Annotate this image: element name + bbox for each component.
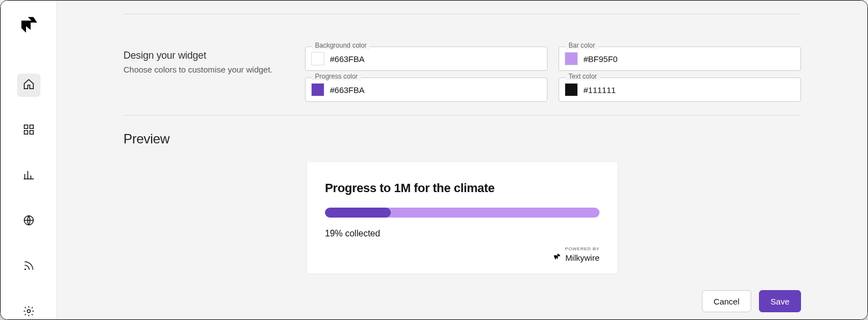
design-title: Design your widget [123, 50, 278, 61]
background-color-input[interactable] [330, 54, 541, 64]
home-icon [23, 78, 35, 92]
widget-title: Progress to 1M for the climate [325, 181, 600, 195]
svg-point-6 [27, 309, 30, 313]
color-swatch[interactable] [311, 52, 324, 65]
app-shell: Design your widget Choose colors to cust… [0, 0, 868, 320]
brand-logo [19, 16, 38, 40]
form-actions: Cancel Save [57, 273, 867, 312]
sidebar-item-analytics[interactable] [17, 164, 40, 188]
powered-by: POWERED BY Milkywire [325, 246, 600, 264]
divider [123, 115, 801, 116]
sidebar-item-globe[interactable] [17, 210, 40, 233]
sidebar-item-apps[interactable] [17, 119, 40, 142]
globe-icon [23, 214, 35, 229]
progress-color-input[interactable] [330, 85, 541, 95]
preview-heading: Preview [123, 131, 801, 147]
powered-by-label: POWERED BY [325, 246, 600, 251]
bar-color-input[interactable] [583, 54, 795, 64]
svg-point-5 [24, 269, 26, 270]
sidebar-nav [17, 74, 40, 320]
design-subtitle: Choose colors to customise your widget. [123, 65, 278, 74]
text-color-field: Text color [559, 78, 801, 102]
powered-by-brand-name: Milkywire [565, 253, 600, 262]
progress-bar-fill [325, 208, 391, 218]
rss-icon [23, 260, 35, 274]
bar-chart-icon [23, 169, 35, 183]
svg-rect-0 [24, 125, 27, 128]
powered-by-brand: Milkywire [553, 252, 600, 263]
color-fields: Background color Bar color [305, 24, 801, 102]
svg-rect-1 [29, 125, 33, 128]
field-label: Background color [312, 42, 370, 49]
sidebar-item-home[interactable] [17, 74, 40, 97]
field-label: Bar color [565, 42, 598, 49]
sidebar-item-settings[interactable] [17, 301, 40, 320]
color-swatch[interactable] [311, 83, 324, 96]
apps-icon [23, 123, 35, 138]
svg-rect-3 [29, 131, 33, 134]
collected-text: 19% collected [325, 229, 600, 239]
svg-rect-2 [24, 131, 27, 134]
color-swatch[interactable] [565, 83, 578, 96]
sidebar [1, 1, 57, 319]
background-color-field: Background color [305, 47, 547, 71]
divider [123, 14, 801, 14]
color-swatch[interactable] [565, 52, 578, 65]
field-label: Progress color [312, 73, 361, 80]
preview-widget: Progress to 1M for the climate 19% colle… [307, 162, 617, 273]
sidebar-item-rss[interactable] [17, 255, 40, 278]
bar-color-field: Bar color [559, 47, 801, 71]
milkywire-icon [553, 252, 562, 263]
design-section: Design your widget Choose colors to cust… [123, 24, 801, 102]
save-button[interactable]: Save [759, 290, 801, 312]
text-color-input[interactable] [583, 85, 795, 95]
gear-icon [23, 305, 35, 319]
progress-color-field: Progress color [305, 78, 547, 102]
field-label: Text color [565, 73, 600, 80]
progress-bar-track [325, 208, 600, 218]
cancel-button[interactable]: Cancel [702, 290, 751, 312]
main-panel: Design your widget Choose colors to cust… [57, 1, 867, 319]
